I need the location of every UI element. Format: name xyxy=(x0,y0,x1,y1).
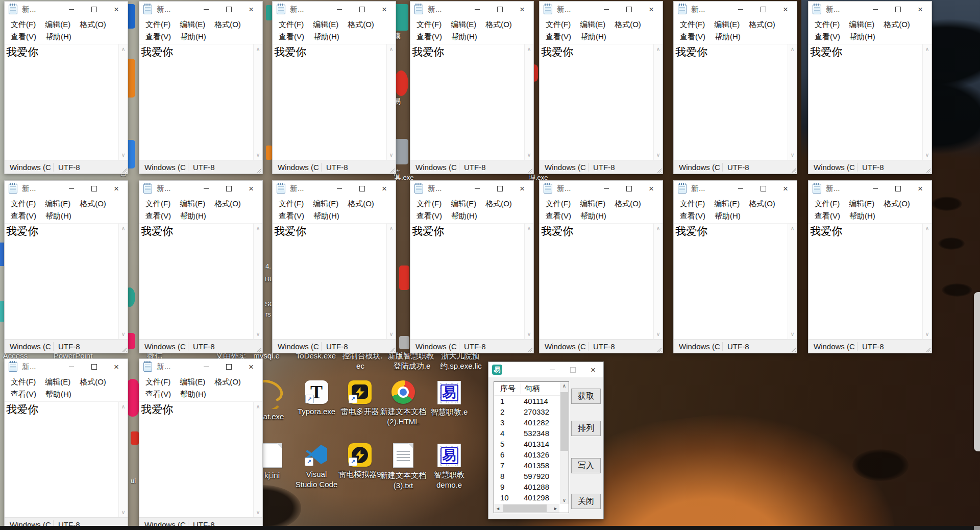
menu-file[interactable]: 文件(F) xyxy=(675,199,709,209)
scroll-down-icon[interactable]: ∨ xyxy=(389,152,393,158)
menu-format[interactable]: 格式(O) xyxy=(210,20,246,30)
menu-view[interactable]: 查看(V) xyxy=(6,211,41,221)
scroll-down-icon[interactable]: ∨ xyxy=(389,331,393,338)
close-button[interactable]: × xyxy=(373,181,396,197)
handle-table-row[interactable]: 10 401298 xyxy=(494,492,559,503)
menu-view[interactable]: 查看(V) xyxy=(141,32,176,42)
scroll-up-icon[interactable]: ∧ xyxy=(656,225,660,232)
menu-help[interactable]: 帮助(H) xyxy=(710,211,745,221)
resize-grip[interactable] xyxy=(122,347,127,352)
taskbar-peek-strip[interactable] xyxy=(0,526,980,530)
close-button[interactable]: × xyxy=(105,359,128,375)
menu-view[interactable]: 查看(V) xyxy=(412,211,447,221)
menu-file[interactable]: 文件(F) xyxy=(141,20,175,30)
scroll-up-icon[interactable]: ∧ xyxy=(527,225,531,232)
scroll-down-icon[interactable]: ∨ xyxy=(121,509,125,516)
vertical-scrollbar[interactable]: ∧ ∨ xyxy=(788,44,797,160)
menu-edit[interactable]: 编辑(E) xyxy=(709,199,744,209)
close-button[interactable]: × xyxy=(240,359,262,375)
minimize-button[interactable] xyxy=(195,359,217,375)
menu-edit[interactable]: 编辑(E) xyxy=(40,377,75,387)
scroll-down-icon[interactable]: ∨ xyxy=(925,152,929,158)
menu-edit[interactable]: 编辑(E) xyxy=(40,20,75,30)
resize-grip[interactable] xyxy=(657,168,662,173)
menu-format[interactable]: 格式(O) xyxy=(75,199,111,209)
menu-help[interactable]: 帮助(H) xyxy=(576,32,611,42)
notepad-titlebar[interactable]: 新... × xyxy=(674,2,797,17)
scroll-down-icon[interactable]: ∨ xyxy=(121,152,125,158)
desktop-icon-html-doc[interactable]: 新建文本文档 (2).HTML xyxy=(377,380,430,427)
scroll-up-icon[interactable]: ∧ xyxy=(790,46,794,53)
resize-grip[interactable] xyxy=(122,168,127,173)
menu-file[interactable]: 文件(F) xyxy=(141,199,175,209)
menu-file[interactable]: 文件(F) xyxy=(6,377,40,387)
scroll-right-icon[interactable]: ► xyxy=(553,506,558,511)
menu-file[interactable]: 文件(F) xyxy=(675,20,709,30)
menu-format[interactable]: 格式(O) xyxy=(744,199,780,209)
notepad-titlebar[interactable]: 新... × xyxy=(410,181,533,197)
handle-table-row[interactable]: 2 270332 xyxy=(494,406,559,417)
text-area[interactable]: 我爱你 xyxy=(139,224,253,339)
menu-file[interactable]: 文件(F) xyxy=(6,20,40,30)
scroll-up-icon[interactable]: ∧ xyxy=(121,225,125,232)
minimize-button[interactable] xyxy=(466,181,488,197)
menu-format[interactable]: 格式(O) xyxy=(879,20,915,30)
maximize-button[interactable] xyxy=(217,359,240,375)
menu-view[interactable]: 查看(V) xyxy=(541,211,576,221)
menu-view[interactable]: 查看(V) xyxy=(274,32,309,42)
minimize-button[interactable] xyxy=(729,2,752,17)
notepad-titlebar[interactable]: 新... × xyxy=(410,2,533,17)
menu-view[interactable]: 查看(V) xyxy=(141,211,176,221)
menu-help[interactable]: 帮助(H) xyxy=(309,211,344,221)
handle-table-row[interactable]: 9 401288 xyxy=(494,481,559,492)
menu-help[interactable]: 帮助(H) xyxy=(176,211,211,221)
text-area[interactable]: 我爱你 xyxy=(410,224,524,339)
vertical-scrollbar[interactable]: ∧ ∨ xyxy=(118,224,128,339)
notepad-titlebar[interactable]: 新... × xyxy=(5,359,128,375)
scroll-up-icon[interactable]: ∧ xyxy=(562,383,566,389)
scroll-down-icon[interactable]: ∨ xyxy=(790,152,794,158)
notepad-titlebar[interactable]: 新... × xyxy=(808,181,932,197)
scroll-up-icon[interactable]: ∧ xyxy=(389,225,393,232)
menu-edit[interactable]: 编辑(E) xyxy=(308,20,343,30)
resize-grip[interactable] xyxy=(528,347,532,352)
menu-help[interactable]: 帮助(H) xyxy=(41,211,76,221)
vertical-scrollbar[interactable]: ∧ ∨ xyxy=(118,402,128,517)
handle-table-row[interactable]: 7 401358 xyxy=(494,460,559,471)
maximize-button[interactable] xyxy=(83,181,105,197)
maximize-button[interactable] xyxy=(488,181,511,197)
maximize-button[interactable] xyxy=(887,181,909,197)
maximize-button[interactable] xyxy=(488,2,511,17)
notepad-titlebar[interactable]: 新... × xyxy=(674,181,797,197)
close-button[interactable]: × xyxy=(774,2,797,17)
minimize-button[interactable] xyxy=(466,2,488,17)
handle-table-row[interactable]: 1 401114 xyxy=(494,396,559,406)
menu-edit[interactable]: 编辑(E) xyxy=(844,199,879,209)
handle-table-row[interactable]: 5 401314 xyxy=(494,439,559,449)
resize-grip[interactable] xyxy=(528,168,532,173)
text-area[interactable]: 我爱你 xyxy=(273,44,386,160)
scroll-down-icon[interactable]: ∨ xyxy=(527,152,531,158)
menu-file[interactable]: 文件(F) xyxy=(541,20,575,30)
menu-format[interactable]: 格式(O) xyxy=(210,199,246,209)
scroll-up-icon[interactable]: ∧ xyxy=(527,46,531,53)
vertical-scrollbar[interactable]: ∧ ∨ xyxy=(386,224,396,339)
notepad-titlebar[interactable]: 新... × xyxy=(540,181,663,197)
menu-view[interactable]: 查看(V) xyxy=(274,211,309,221)
maximize-button[interactable] xyxy=(351,181,373,197)
maximize-button[interactable] xyxy=(887,2,909,17)
menu-format[interactable]: 格式(O) xyxy=(610,20,646,30)
minimize-button[interactable] xyxy=(60,181,83,197)
handle-table-row[interactable]: 6 401326 xyxy=(494,449,559,460)
notepad-titlebar[interactable]: 新... × xyxy=(273,181,396,197)
maximize-button[interactable] xyxy=(618,2,640,17)
notepad-titlebar[interactable]: 新... × xyxy=(5,181,128,197)
close-button[interactable]: × xyxy=(640,2,663,17)
desktop-icon-txt-doc[interactable]: 新建文本文档 (3).txt xyxy=(377,443,430,491)
menu-view[interactable]: 查看(V) xyxy=(675,32,710,42)
maximize-button[interactable] xyxy=(752,181,774,197)
menu-help[interactable]: 帮助(H) xyxy=(447,211,482,221)
close-button[interactable]: × xyxy=(105,2,128,17)
menu-file[interactable]: 文件(F) xyxy=(810,20,844,30)
resize-grip[interactable] xyxy=(791,168,796,173)
